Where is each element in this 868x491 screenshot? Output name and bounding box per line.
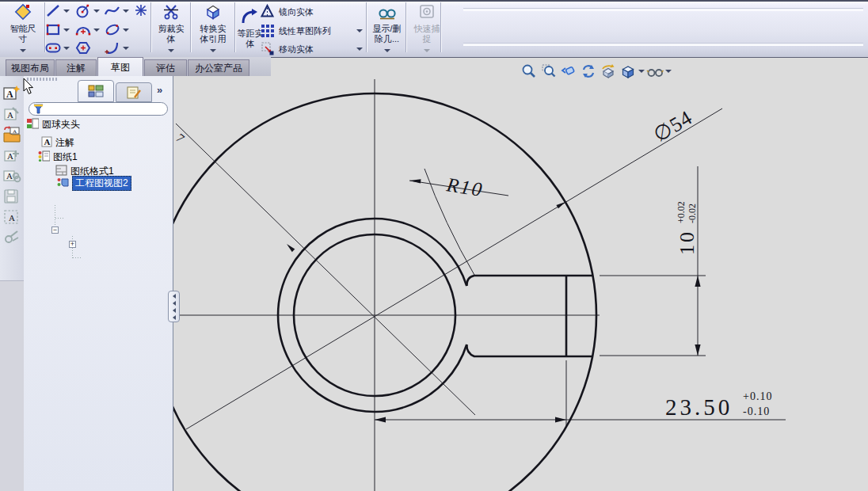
toolbar-separator: [190, 2, 191, 52]
arrowhead-diameter: [556, 202, 565, 208]
strip-lower-panel: [0, 280, 24, 491]
tangent-arc-dropdown-icon[interactable]: [122, 40, 129, 56]
toolbar-separator: [234, 2, 235, 52]
slot-bottom-edge[interactable]: [466, 344, 592, 356]
outer-circle[interactable]: [173, 93, 596, 491]
smart-dimension-dropdown-icon[interactable]: [20, 49, 26, 52]
tab-annotation[interactable]: 注解: [55, 59, 97, 76]
rectangle-tool-button[interactable]: [44, 21, 62, 38]
trim-entities-button[interactable]: 剪裁实 体: [153, 2, 189, 54]
display-delete-relations-button[interactable]: 显示/删 除几...: [368, 2, 405, 54]
arrowhead-right: [555, 417, 566, 423]
move-entities-button[interactable]: 移动实体: [260, 40, 355, 58]
ellipse-tool-button[interactable]: [104, 21, 121, 38]
view-orientation-dropdown-icon[interactable]: [638, 63, 645, 80]
view-orientation-cube-icon[interactable]: [618, 63, 638, 80]
redraw-icon[interactable]: [578, 63, 598, 80]
toolbar-separator: [405, 2, 406, 52]
arc-dropdown-icon[interactable]: [93, 21, 100, 38]
tree-root-item[interactable]: 圆球夹头: [27, 118, 80, 131]
save-annotation-icon[interactable]: [2, 187, 21, 206]
zoom-area-icon[interactable]: [539, 63, 558, 80]
window-top-edge: [0, 0, 868, 2]
convert-dropdown-icon[interactable]: [210, 49, 216, 52]
toolbar-separator: [440, 2, 441, 52]
tab-sketch[interactable]: 草图: [97, 57, 143, 76]
spline-dropdown-icon[interactable]: [122, 2, 129, 19]
circle-dropdown-icon[interactable]: [93, 2, 100, 19]
toolbar-separator: [150, 2, 151, 52]
tree-sheet-item[interactable]: 图纸1: [38, 150, 78, 164]
width-dimension-text[interactable]: 10 +0.02 -0.02: [676, 201, 699, 255]
zoom-fit-icon[interactable]: [519, 63, 539, 80]
slot-tool-button[interactable]: [44, 40, 62, 56]
spline-tool-button[interactable]: [104, 2, 121, 19]
polygon-tool-button[interactable]: [74, 40, 92, 56]
tree-drawing-view-item[interactable]: 工程图视图2: [57, 177, 131, 190]
add-annotation-icon[interactable]: A: [2, 146, 21, 165]
panel-splitter-handle[interactable]: [168, 291, 180, 322]
smart-dimension-button[interactable]: 智能尺 寸: [2, 2, 44, 54]
rotate-view-icon[interactable]: [598, 63, 618, 80]
tab-view-layout[interactable]: 视图布局: [6, 59, 55, 76]
collapse-arrow-icon: [173, 315, 176, 320]
mirror-entities-button[interactable]: 镜向实体: [260, 3, 364, 21]
convert-entities-icon: [192, 3, 234, 23]
radius-dimension-text[interactable]: R10: [444, 173, 485, 200]
linear-sketch-pattern-button[interactable]: 线性草图阵列: [260, 22, 355, 40]
svg-text:+0.02: +0.02: [676, 201, 687, 223]
sheet-icon: [38, 150, 50, 164]
arrowhead-diagonal: [287, 244, 295, 252]
command-manager-tabs: 视图布局 注解 草图 评估 办公室产品: [0, 57, 271, 76]
convert-entities-button[interactable]: 转换实 体引用: [192, 2, 234, 54]
arc-tool-button[interactable]: [74, 21, 92, 38]
diameter-dimension-line: [186, 108, 722, 429]
tree-filter-input[interactable]: [29, 102, 168, 116]
tangent-arc-tool-button[interactable]: [104, 40, 121, 56]
circle-tool-button[interactable]: [74, 2, 92, 19]
ghost-note-icon[interactable]: A: [2, 207, 21, 226]
tree-annotations-item[interactable]: A 注解: [41, 136, 74, 150]
link-annotation-icon[interactable]: A: [2, 166, 21, 185]
slot-top-edge[interactable]: [466, 276, 592, 286]
tree-connector: [55, 218, 65, 219]
collapse-arrow-icon: [173, 301, 176, 306]
relations-dropdown-icon[interactable]: [384, 49, 390, 52]
trim-dropdown-icon[interactable]: [168, 49, 174, 52]
ellipse-dropdown-icon[interactable]: [122, 21, 129, 38]
solidworks-window: ∅54 R10 10 +0.02 -0.02 23.50 +0.10 -0.10…: [0, 0, 868, 491]
line-dropdown-icon[interactable]: [63, 2, 70, 19]
design-binder-icon[interactable]: A: [2, 125, 21, 144]
command-manager-toolbar: 智能尺 寸: [0, 0, 868, 58]
pattern-dropdown-icon[interactable]: [356, 22, 363, 39]
line-tool-button[interactable]: [44, 2, 62, 19]
format-painter-icon[interactable]: A: [2, 105, 21, 124]
collapse-arrow-icon: [173, 294, 176, 299]
diameter-dimension-text[interactable]: ∅54: [649, 106, 696, 147]
rectangle-dropdown-icon[interactable]: [63, 21, 70, 38]
previous-view-icon[interactable]: [558, 63, 578, 80]
display-style-glasses-icon[interactable]: [645, 63, 664, 80]
panel-expand-chevron[interactable]: »: [157, 84, 162, 96]
display-style-dropdown-icon[interactable]: [664, 63, 672, 80]
arrowhead-left: [375, 417, 386, 423]
svg-text:A: A: [7, 110, 13, 120]
tab-evaluate[interactable]: 评估: [144, 59, 187, 76]
move-dropdown-icon[interactable]: [356, 40, 363, 57]
expand-expander-icon[interactable]: +: [69, 241, 76, 248]
selected-tree-label: 工程图视图2: [72, 176, 131, 191]
feature-manager-tab[interactable]: [78, 80, 114, 102]
drawing-view: ∅54 R10 10 +0.02 -0.02 23.50 +0.10 -0.10…: [173, 58, 868, 491]
property-manager-tab[interactable]: [116, 82, 152, 102]
arrowhead-up: [695, 276, 700, 287]
length-dimension-text[interactable]: 23.50 +0.10 -0.10: [665, 390, 772, 420]
slot-dropdown-icon[interactable]: [63, 40, 70, 56]
collapse-expander-icon[interactable]: −: [51, 226, 59, 234]
diagonal-dimension-line: [176, 124, 475, 415]
move-entities-icon: [260, 41, 275, 57]
tab-office-products[interactable]: 办公室产品: [188, 59, 249, 76]
graphics-area[interactable]: ∅54 R10 10 +0.02 -0.02 23.50 +0.10 -0.10…: [173, 58, 868, 491]
note-icon[interactable]: A: [2, 84, 21, 103]
point-tool-button[interactable]: [132, 2, 150, 19]
weld-symbol-icon[interactable]: [2, 228, 21, 247]
